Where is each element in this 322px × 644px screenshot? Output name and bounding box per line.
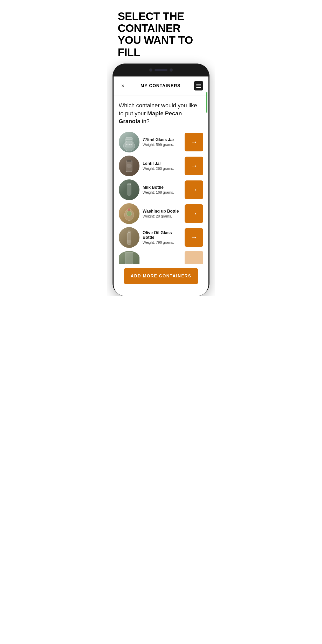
select-container-button[interactable]: → (185, 157, 203, 175)
svg-point-14 (127, 240, 131, 243)
container-thumbnail (119, 227, 139, 248)
app-header: × MY CONTAINERS (114, 76, 208, 95)
header-title: MY CONTAINERS (141, 83, 180, 88)
container-item[interactable]: Milk Bottle Weight: 168 grams. → (119, 179, 203, 200)
select-container-button[interactable]: → (185, 133, 203, 151)
svg-rect-2 (126, 137, 132, 139)
container-weight: Weight: 599 grams. (143, 143, 181, 147)
svg-text:775ml: 775ml (126, 143, 132, 146)
container-name: 775ml Glass Jar (143, 137, 181, 142)
container-item[interactable]: Washing up Bottle Weight: 28 grams. → (119, 203, 203, 224)
container-item[interactable]: Lentil Jar Weight: 260 grams. → (119, 156, 203, 176)
container-info: Olive Oil Glass Bottle Weight: 796 grams… (143, 230, 181, 244)
page-headline: SELECT THE CONTAINER YOU WANT TO FILL (118, 10, 204, 58)
container-name: Lentil Jar (143, 161, 181, 166)
container-name: Washing up Bottle (143, 209, 181, 214)
arrow-right-icon: → (190, 138, 198, 146)
container-thumbnail (119, 179, 139, 200)
container-info: Milk Bottle Weight: 168 grams. (143, 185, 181, 194)
phone-notch-bar (113, 64, 209, 76)
svg-rect-13 (128, 231, 130, 233)
svg-point-10 (127, 211, 132, 216)
svg-point-6 (127, 164, 132, 168)
arrow-right-icon: → (190, 186, 198, 194)
svg-rect-5 (127, 160, 132, 162)
container-thumbnail (119, 203, 139, 224)
svg-rect-15 (125, 252, 133, 264)
container-info: Lentil Jar Weight: 260 grams. (143, 161, 181, 171)
phone-notch (143, 66, 179, 74)
camera-icon-2 (170, 68, 173, 72)
container-weight: Weight: 168 grams. (143, 190, 181, 194)
svg-rect-8 (128, 183, 131, 185)
arrow-right-icon: → (190, 209, 198, 218)
phone-mockup: × MY CONTAINERS Which container would yo… (113, 64, 209, 296)
container-item[interactable]: Olive Oil Glass Bottle Weight: 796 grams… (119, 227, 203, 248)
scroll-indicator (206, 92, 207, 113)
container-info: Washing up Bottle Weight: 28 grams. (143, 209, 181, 218)
container-item[interactable]: 775ml 775ml Glass Jar Weight: 599 grams.… (119, 132, 203, 152)
headline-section: SELECT THE CONTAINER YOU WANT TO FILL (107, 0, 215, 64)
svg-rect-11 (128, 208, 130, 211)
question-text: Which container would you like to put yo… (119, 102, 203, 125)
question-suffix: in? (140, 118, 149, 124)
menu-line-3 (196, 87, 201, 88)
phone-screen: × MY CONTAINERS Which container would yo… (114, 76, 208, 296)
select-container-button[interactable]: → (185, 180, 203, 199)
svg-rect-7 (127, 184, 131, 195)
container-weight: Weight: 260 grams. (143, 166, 181, 171)
menu-button[interactable] (194, 81, 203, 90)
container-weight: Weight: 796 grams. (143, 240, 181, 244)
add-more-containers-button[interactable]: ADD MORE CONTAINERS (124, 268, 198, 284)
select-container-button[interactable]: → (185, 228, 203, 247)
app-content: Which container would you like to put yo… (114, 95, 208, 296)
arrow-right-icon: → (190, 233, 198, 242)
container-thumbnail (119, 156, 139, 176)
select-container-button[interactable] (185, 251, 203, 264)
close-button[interactable]: × (119, 82, 127, 90)
container-info: 775ml Glass Jar Weight: 599 grams. (143, 137, 181, 147)
page-wrapper: SELECT THE CONTAINER YOU WANT TO FILL × … (107, 0, 215, 296)
container-name: Milk Bottle (143, 185, 181, 190)
menu-line-2 (196, 86, 201, 86)
container-weight: Weight: 28 grams. (143, 214, 181, 218)
speaker-icon (155, 69, 167, 71)
container-thumbnail: 775ml (119, 132, 139, 152)
arrow-right-icon: → (190, 162, 198, 170)
container-name: Olive Oil Glass Bottle (143, 230, 181, 240)
container-item[interactable] (119, 251, 203, 264)
menu-line-1 (196, 84, 201, 85)
container-list: 775ml 775ml Glass Jar Weight: 599 grams.… (119, 132, 203, 264)
camera-icon (149, 68, 152, 72)
select-container-button[interactable]: → (185, 204, 203, 223)
container-thumbnail (119, 251, 139, 264)
